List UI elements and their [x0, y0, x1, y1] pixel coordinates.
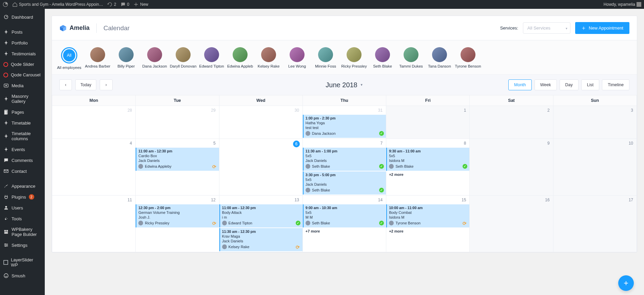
calendar-day-cell[interactable]: 4	[52, 139, 136, 196]
employee-filter-item[interactable]: Tammi Dukes	[401, 47, 421, 70]
view-button-month[interactable]: Month	[508, 79, 532, 90]
employee-filter-item[interactable]: Tana Danson	[430, 47, 449, 70]
calendar-day-cell[interactable]: 30	[219, 106, 303, 139]
calendar-day-cell[interactable]: 311:00 pm - 2:30 pmHatha Yogatest testDa…	[303, 106, 386, 139]
employee-filter-item[interactable]: Dana Jackson	[145, 47, 164, 70]
employee-filter-item[interactable]: Edwina Appleb	[230, 47, 250, 70]
employee-filter-item[interactable]: Seth Blake	[373, 47, 392, 70]
calendar-day-cell[interactable]: 16	[470, 196, 553, 252]
more-events-link[interactable]: +7 more	[303, 228, 386, 234]
calendar-day-cell[interactable]: 17	[553, 196, 637, 252]
event-time: 12:30 pm - 2:00 pm	[138, 206, 217, 210]
sidebar-item-timetable[interactable]: Timetable	[0, 117, 45, 128]
sidebar-item-plugins[interactable]: Plugins2	[0, 191, 45, 202]
employee-filter-item[interactable]: AllAll employees	[59, 47, 79, 70]
calendar-day-cell[interactable]: 2	[470, 106, 553, 139]
employee-filter-item[interactable]: Kelsey Rake	[259, 47, 278, 70]
sidebar-label-testimonials: Testimonials	[12, 51, 36, 56]
appointment-event[interactable]: 12:30 pm - 2:00 pmGerman Volume Training…	[136, 204, 219, 227]
view-button-list[interactable]: List	[581, 79, 599, 90]
updates-link[interactable]: 2	[107, 2, 116, 7]
new-content-link[interactable]: New	[133, 2, 148, 7]
calendar-day-cell[interactable]: 3	[553, 106, 637, 139]
sidebar-item-posts[interactable]: Posts	[0, 26, 45, 37]
sidebar-item-layerslider[interactable]: LayerSlider WP	[0, 255, 45, 270]
calendar-day-cell[interactable]: 511:00 am - 12:30 pmCardio BoxJack Danie…	[136, 139, 219, 196]
sidebar-item-timetable-cols[interactable]: Timetable columns	[0, 128, 45, 144]
calendar-day-cell[interactable]: 711:30 am - 1:00 pm5x5Jack DanielsSeth B…	[303, 139, 386, 196]
calendar-day-cell[interactable]: 1510:00 am - 11:00 amBody CombatIsidora …	[386, 196, 470, 252]
pending-icon	[212, 164, 217, 169]
more-events-link[interactable]: +2 more	[386, 228, 469, 234]
sidebar-item-testimonials[interactable]: Testimonials	[0, 48, 45, 59]
sidebar-item-contact[interactable]: Contact	[0, 166, 45, 177]
fab-add-button[interactable]: +	[618, 275, 634, 291]
calendar-day-cell[interactable]: 29	[136, 106, 219, 139]
calendar-day-cell[interactable]: 9	[470, 139, 553, 196]
view-button-timeline[interactable]: Timeline	[602, 79, 629, 90]
avatar	[222, 221, 227, 225]
employee-filter-item[interactable]: Edward Tipton	[202, 47, 221, 70]
event-service: Hatha Yoga	[306, 121, 384, 125]
employee-filter-item[interactable]: Daryll Donovan	[173, 47, 193, 70]
dashboard-icon	[3, 14, 9, 20]
avatar	[306, 188, 310, 192]
new-appointment-button[interactable]: New Appointment	[575, 22, 629, 34]
calendar-day-cell[interactable]: 1212:30 pm - 2:00 pmGerman Volume Traini…	[136, 196, 219, 252]
services-filter-select[interactable]: All Services ▾	[523, 22, 570, 34]
appointment-event[interactable]: 9:00 am - 10:30 am5x5M MSeth Blake	[303, 204, 386, 227]
sidebar-item-wpbakery[interactable]: WPBakery Page Builder	[0, 224, 45, 240]
sidebar-item-events[interactable]: Events	[0, 144, 45, 155]
sidebar-item-users[interactable]: Users	[0, 202, 45, 213]
prev-period-button[interactable]: ‹	[59, 79, 72, 90]
appointment-event[interactable]: 11:00 am - 12:30 pmBody Attacki mEdward …	[219, 204, 303, 227]
employee-filter-item[interactable]: Tyrone Benson	[458, 47, 478, 70]
appointment-event[interactable]: 1:00 pm - 2:30 pmHatha Yogatest testDana…	[303, 115, 386, 138]
appointment-event[interactable]: 11:30 am - 1:00 pm5x5Jack DanielsSeth Bl…	[303, 148, 386, 171]
appointment-event[interactable]: 11:00 am - 12:30 pmCardio BoxJack Daniel…	[136, 148, 219, 171]
appointment-event[interactable]: 3:30 pm - 5:00 pm5x5Jack DanielsSeth Bla…	[303, 171, 386, 195]
employee-filter-item[interactable]: Minnie Foss	[316, 47, 335, 70]
calendar-day-cell[interactable]: 28	[52, 106, 136, 139]
calendar-day-cell[interactable]: 149:00 am - 10:30 am5x5M MSeth Blake+7 m…	[303, 196, 386, 252]
sidebar-item-smush[interactable]: Smush	[0, 270, 45, 281]
wp-logo-icon[interactable]	[3, 2, 8, 7]
sidebar-item-pages[interactable]: Pages	[0, 107, 45, 117]
sidebar-item-qode-carousel[interactable]: Qode Carousel	[0, 70, 45, 80]
sidebar-item-portfolio[interactable]: Portfolio	[0, 37, 45, 48]
sidebar-item-comments[interactable]: Comments	[0, 155, 45, 166]
sidebar-label-events: Events	[12, 147, 25, 152]
sidebar-item-dashboard[interactable]: Dashboard	[0, 12, 45, 22]
today-button[interactable]: Today	[75, 79, 96, 90]
calendar-day-cell[interactable]: 1311:00 am - 12:30 pmBody Attacki mEdwar…	[219, 196, 303, 252]
sidebar-item-masonry[interactable]: Masonry Gallery	[0, 91, 45, 107]
employee-filter-item[interactable]: Lee Wong	[287, 47, 307, 70]
calendar-day-cell[interactable]: 1	[386, 106, 470, 139]
calendar-day-cell[interactable]: 10	[553, 139, 637, 196]
employee-filter-item[interactable]: Ricky Pressley	[344, 47, 364, 70]
site-title-link[interactable]: Sports and Gym - Amelia WordPress Appoin…	[12, 2, 103, 7]
sidebar-item-appearance[interactable]: Appearance	[0, 181, 45, 191]
avatar	[204, 47, 219, 62]
employee-filter-item[interactable]: Billy Piper	[116, 47, 136, 70]
sidebar-item-media[interactable]: Media	[0, 80, 45, 91]
employee-filter-item[interactable]: Andrea Barber	[88, 47, 108, 70]
view-button-week[interactable]: Week	[534, 79, 557, 90]
next-period-button[interactable]: ›	[100, 79, 112, 90]
account-menu[interactable]: Howdy, wpamelia	[604, 2, 641, 7]
page-header: Amelia Calendar Services: All Services ▾…	[52, 16, 637, 40]
calendar-day-cell[interactable]: 89:30 am - 11:00 am5x5Isidora MSeth Blak…	[386, 139, 470, 196]
more-events-link[interactable]: +2 more	[386, 171, 469, 178]
calendar-day-cell[interactable]: 6	[219, 139, 303, 196]
calendar-day-cell[interactable]: 11	[52, 196, 136, 252]
comments-link[interactable]: 0	[120, 2, 130, 7]
appointment-event[interactable]: 11:30 am - 12:30 pmKrav MagaJack Daniels…	[219, 228, 303, 251]
view-button-day[interactable]: Day	[560, 79, 579, 90]
sidebar-item-qode-slider[interactable]: Qode Slider	[0, 59, 45, 70]
pin-icon	[3, 147, 9, 152]
calendar-title-button[interactable]: June 2018 ▼	[326, 81, 363, 89]
sidebar-item-settings[interactable]: Settings	[0, 240, 45, 251]
sidebar-item-tools[interactable]: Tools	[0, 213, 45, 224]
appointment-event[interactable]: 9:30 am - 11:00 am5x5Isidora MSeth Blake	[386, 148, 469, 171]
appointment-event[interactable]: 10:00 am - 11:00 amBody CombatIsidora MT…	[386, 204, 469, 227]
